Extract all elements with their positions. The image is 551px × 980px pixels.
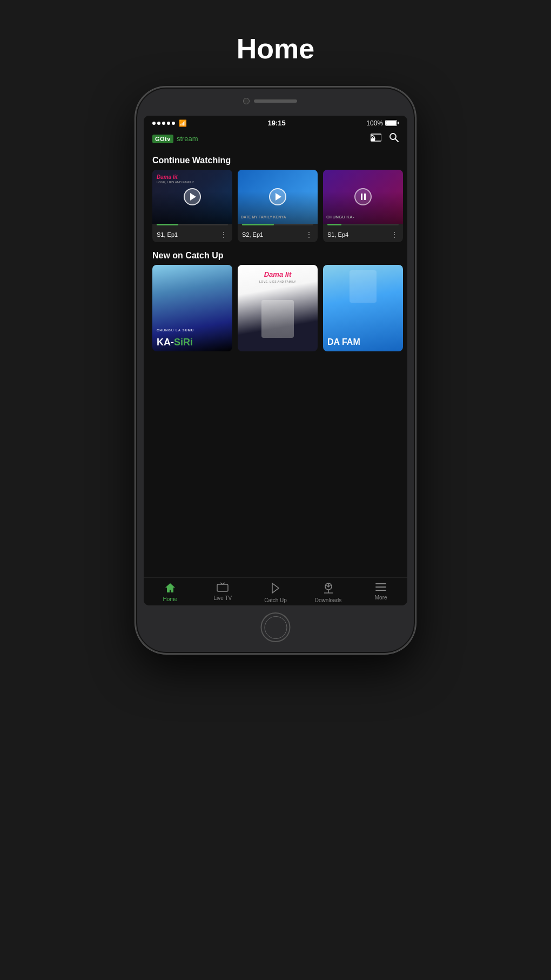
cw-card-dama-lit[interactable]: S1, Ep1 ⋮ bbox=[152, 170, 232, 242]
gotv-logo: GOtv stream bbox=[152, 135, 198, 143]
signal-area: 📶 bbox=[152, 119, 187, 127]
signal-dot-2 bbox=[157, 122, 160, 125]
dama-lit-episode: S1, Ep1 bbox=[157, 231, 178, 238]
more-label: More bbox=[375, 595, 387, 601]
nav-catch-up[interactable]: Catch Up bbox=[249, 582, 302, 603]
downloads-label: Downloads bbox=[315, 597, 341, 603]
chungu-thumbnail bbox=[323, 170, 403, 224]
dama-lit2-thumbnail bbox=[238, 265, 318, 351]
page-title: Home bbox=[237, 32, 314, 65]
signal-dot-3 bbox=[162, 122, 165, 125]
svg-line-3 bbox=[395, 139, 398, 142]
svg-rect-1 bbox=[371, 138, 375, 141]
cu-card-dama-lit2[interactable] bbox=[238, 265, 318, 351]
phone-screen: 📶 19:15 100% GOtv stream bbox=[144, 116, 407, 605]
date-fam-thumbnail bbox=[323, 265, 403, 351]
catch-up-icon bbox=[270, 582, 281, 596]
live-tv-icon bbox=[217, 582, 229, 594]
speaker-grille bbox=[254, 99, 297, 103]
gotv-badge: GOtv bbox=[152, 135, 173, 143]
cast-icon[interactable] bbox=[371, 132, 381, 145]
volume-up-button bbox=[135, 188, 136, 217]
search-icon[interactable] bbox=[389, 132, 399, 145]
dama-lit-thumbnail bbox=[152, 170, 232, 224]
chungu-progress-bar bbox=[327, 224, 399, 225]
chungu-more-button[interactable]: ⋮ bbox=[391, 230, 399, 239]
cu-card-date-fam[interactable] bbox=[323, 265, 403, 351]
app-header: GOtv stream bbox=[144, 129, 407, 149]
stream-label: stream bbox=[177, 135, 198, 143]
svg-marker-7 bbox=[272, 583, 279, 593]
nav-more[interactable]: More bbox=[354, 582, 407, 603]
date-family-progress-bar bbox=[242, 224, 313, 225]
more-icon bbox=[375, 582, 387, 593]
front-camera bbox=[243, 98, 250, 104]
svg-rect-4 bbox=[217, 584, 228, 591]
date-family-thumbnail bbox=[238, 170, 318, 224]
silent-button bbox=[135, 158, 136, 175]
continue-watching-title: Continue Watching bbox=[144, 149, 407, 170]
header-icons bbox=[371, 132, 399, 145]
battery-area: 100% bbox=[366, 119, 399, 127]
date-family-more-button[interactable]: ⋮ bbox=[305, 230, 313, 239]
signal-dot-5 bbox=[172, 122, 175, 125]
signal-dot-1 bbox=[152, 122, 156, 125]
dama-lit-progress-bar bbox=[157, 224, 228, 225]
volume-down-button bbox=[135, 225, 136, 255]
nav-home[interactable]: Home bbox=[144, 582, 197, 603]
dama-lit-footer: S1, Ep1 ⋮ bbox=[152, 228, 232, 242]
home-label: Home bbox=[163, 596, 177, 602]
power-button bbox=[415, 196, 416, 236]
kasiri-thumbnail: KA-SiRi bbox=[152, 265, 232, 351]
status-bar: 📶 19:15 100% bbox=[144, 116, 407, 129]
chungu-episode: S1, Ep4 bbox=[327, 231, 348, 238]
live-tv-label: Live TV bbox=[214, 595, 232, 601]
wifi-icon: 📶 bbox=[179, 119, 187, 127]
cu-card-kasiri[interactable]: KA-SiRi bbox=[152, 265, 232, 351]
home-button[interactable] bbox=[261, 612, 291, 642]
chungu-play-button[interactable] bbox=[354, 188, 372, 205]
catch-up-row: KA-SiRi bbox=[144, 265, 407, 358]
cw-card-chungu[interactable]: S1, Ep4 ⋮ bbox=[323, 170, 403, 242]
continue-watching-row: S1, Ep1 ⋮ S2, E bbox=[144, 170, 407, 244]
signal-dot-4 bbox=[167, 122, 170, 125]
downloads-icon bbox=[323, 582, 334, 596]
screen-content[interactable]: Continue Watching S1, Ep1 bbox=[144, 149, 407, 577]
nav-live-tv[interactable]: Live TV bbox=[197, 582, 250, 603]
chungu-footer: S1, Ep4 ⋮ bbox=[323, 228, 403, 242]
kasiri-title: KA-SiRi bbox=[157, 337, 193, 347]
date-family-episode: S2, Ep1 bbox=[242, 231, 263, 238]
new-catch-up-title: New on Catch Up bbox=[144, 244, 407, 265]
status-time: 19:15 bbox=[268, 119, 286, 127]
date-family-play-button[interactable] bbox=[269, 188, 286, 205]
bottom-nav: Home Live TV Catch Up bbox=[144, 577, 407, 605]
catch-up-label: Catch Up bbox=[264, 597, 287, 603]
battery-percent: 100% bbox=[366, 119, 383, 127]
dama-lit-play-button[interactable] bbox=[184, 188, 201, 205]
svg-point-2 bbox=[390, 134, 396, 139]
battery-icon bbox=[385, 120, 399, 126]
dama-lit-more-button[interactable]: ⋮ bbox=[220, 230, 228, 239]
cw-card-date-family[interactable]: S2, Ep1 ⋮ bbox=[238, 170, 318, 242]
phone-frame: 📶 19:15 100% GOtv stream bbox=[135, 86, 416, 654]
nav-downloads[interactable]: Downloads bbox=[302, 582, 355, 603]
home-icon bbox=[164, 582, 176, 595]
date-family-footer: S2, Ep1 ⋮ bbox=[238, 228, 318, 242]
